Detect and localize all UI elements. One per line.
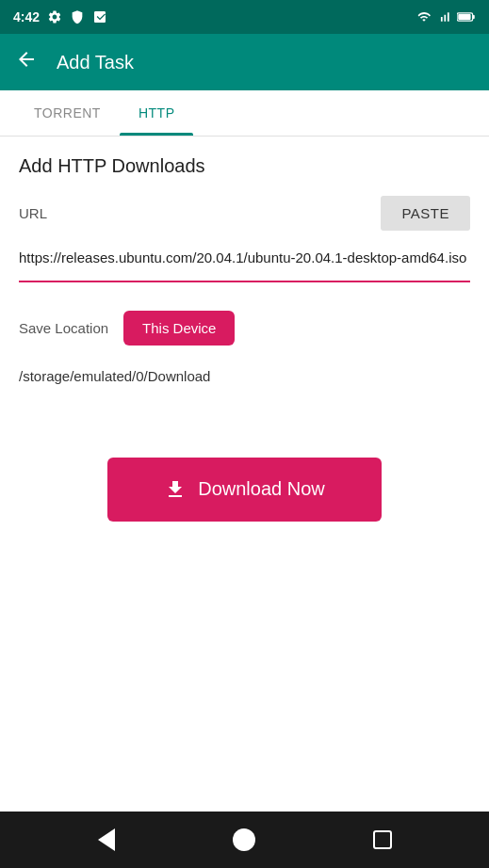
home-nav-button[interactable] bbox=[230, 826, 258, 854]
app-bar: Add Task bbox=[0, 34, 489, 90]
back-button[interactable] bbox=[15, 48, 38, 76]
status-time: 4:42 bbox=[13, 9, 40, 24]
url-row: URL Paste bbox=[19, 196, 470, 231]
url-label: URL bbox=[19, 205, 47, 221]
tabs-container: TORRENT HTTP bbox=[0, 90, 489, 137]
url-value[interactable]: https://releases.ubuntu.com/20.04.1/ubun… bbox=[19, 240, 470, 279]
save-location-label: Save Location bbox=[19, 320, 108, 336]
status-left: 4:42 bbox=[13, 9, 107, 24]
back-nav-button[interactable] bbox=[92, 826, 121, 854]
download-now-button[interactable]: Download Now bbox=[107, 458, 382, 522]
download-button-container: Download Now bbox=[19, 458, 470, 522]
paste-button[interactable]: Paste bbox=[381, 196, 470, 231]
download-icon bbox=[164, 478, 187, 501]
recents-nav-button[interactable] bbox=[368, 826, 397, 854]
home-nav-icon bbox=[233, 828, 255, 851]
bottom-nav bbox=[0, 812, 489, 868]
svg-rect-2 bbox=[458, 14, 470, 20]
storage-path: /storage/emulated/0/Download bbox=[19, 361, 470, 392]
download-button-label: Download Now bbox=[198, 478, 325, 500]
settings-icon bbox=[47, 9, 62, 24]
url-input-area: https://releases.ubuntu.com/20.04.1/ubun… bbox=[19, 240, 470, 282]
main-content: TORRENT HTTP Add HTTP Downloads URL Past… bbox=[0, 90, 489, 812]
this-device-button[interactable]: This Device bbox=[123, 311, 235, 346]
status-right bbox=[416, 10, 476, 24]
recents-nav-icon bbox=[373, 830, 392, 849]
url-underline bbox=[19, 281, 470, 282]
section-title: Add HTTP Downloads bbox=[19, 155, 470, 177]
status-bar: 4:42 bbox=[0, 0, 489, 34]
content-area: Add HTTP Downloads URL Paste https://rel… bbox=[0, 137, 489, 812]
save-location-row: Save Location This Device bbox=[19, 311, 470, 346]
battery-icon bbox=[457, 11, 476, 23]
svg-rect-1 bbox=[473, 15, 475, 19]
tab-http[interactable]: HTTP bbox=[120, 90, 194, 136]
signal-icon bbox=[438, 10, 451, 24]
back-nav-icon bbox=[98, 828, 115, 851]
tab-torrent[interactable]: TORRENT bbox=[15, 90, 120, 136]
page-title: Add Task bbox=[57, 52, 134, 73]
shield-icon bbox=[70, 9, 85, 24]
wifi-icon bbox=[416, 10, 432, 24]
notification-icon bbox=[92, 9, 107, 24]
